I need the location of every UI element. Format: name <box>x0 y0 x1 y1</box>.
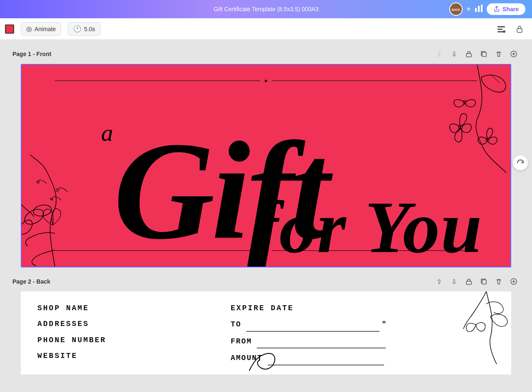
lock-button[interactable] <box>512 22 527 37</box>
from-label: FROM <box>231 335 252 348</box>
format-button[interactable] <box>494 22 509 37</box>
page1-title: Page 1 - Front <box>12 51 51 57</box>
avatar[interactable]: BACK <box>449 2 463 16</box>
svg-rect-11 <box>482 52 486 56</box>
page1-section: Page 1 - Front ⇧ ⇩ <box>12 48 520 267</box>
page2-controls: ⇧ ⇩ <box>433 276 520 287</box>
page2-header: Page 2 - Back ⇧ ⇩ <box>12 276 520 287</box>
gift-front: a Gift for You <box>22 65 510 267</box>
canvas-area: Page 1 - Front ⇧ ⇩ <box>0 40 532 392</box>
svg-rect-5 <box>498 26 505 27</box>
to-label: TO <box>231 318 241 331</box>
from-field: FROM <box>231 334 424 348</box>
top-bar-right: BACK + Share <box>449 2 525 16</box>
shop-name-label: SHOP NAME <box>37 301 231 315</box>
gift-back-left: SHOP NAME ADDRESSES PHONE NUMBER WEBSITE <box>37 301 231 365</box>
page1-copy-button[interactable] <box>478 48 490 60</box>
svg-text:for You: for You <box>254 186 483 267</box>
color-swatch[interactable] <box>5 24 14 34</box>
svg-text:a: a <box>101 120 113 146</box>
phone-label: PHONE NUMBER <box>37 333 231 347</box>
page2-add-button[interactable] <box>508 276 520 287</box>
page1-lock-button[interactable] <box>463 48 475 60</box>
page2-signature <box>224 350 308 375</box>
svg-rect-23 <box>482 280 486 284</box>
top-bar: Gift Certificate Template (8.5x3.5) 000A… <box>0 0 532 18</box>
svg-point-8 <box>503 30 505 33</box>
svg-rect-22 <box>466 281 471 284</box>
stats-button[interactable] <box>474 4 483 15</box>
page1-controls: ⇧ ⇩ <box>433 48 520 60</box>
document-title: Gift Certificate Template (8.5x3.5) 000A… <box>214 6 319 12</box>
page2-up-button[interactable]: ⇧ <box>433 276 445 287</box>
page1-delete-button[interactable] <box>493 48 505 60</box>
flowers-right-p2-decoration <box>445 292 511 375</box>
clock-icon: 🕐 <box>73 25 81 33</box>
page2-canvas[interactable]: SHOP NAME ADDRESSES PHONE NUMBER WEBSITE… <box>21 292 511 375</box>
svg-rect-3 <box>478 6 480 12</box>
animate-button[interactable]: ◎ Animate <box>21 22 61 36</box>
svg-rect-6 <box>498 29 502 30</box>
expire-date-label: EXPIRE DATE <box>231 301 424 315</box>
toolbar: ◎ Animate 🕐 5.0s <box>0 18 532 40</box>
addresses-label: ADDRESSES <box>37 317 231 331</box>
website-label: WEBSITE <box>37 349 231 363</box>
page1-up-button[interactable]: ⇧ <box>433 48 445 60</box>
svg-text:BACK: BACK <box>452 8 460 11</box>
toolbar-right <box>494 22 527 37</box>
page2-lock-button[interactable] <box>463 276 475 287</box>
share-button[interactable]: Share <box>487 3 525 15</box>
rotate-tool[interactable] <box>513 155 528 170</box>
svg-rect-7 <box>498 31 504 32</box>
page1-add-button[interactable] <box>508 48 520 60</box>
svg-rect-10 <box>466 54 471 57</box>
page2-title: Page 2 - Back <box>12 278 50 285</box>
page1-canvas-wrapper: a Gift for You <box>12 64 520 267</box>
to-field: TO " <box>231 317 424 331</box>
add-page-button[interactable]: + <box>466 5 471 13</box>
page1-header: Page 1 - Front ⇧ ⇩ <box>12 48 520 60</box>
svg-rect-2 <box>475 8 477 12</box>
svg-rect-9 <box>517 29 522 32</box>
page2-copy-button[interactable] <box>478 276 490 287</box>
duration-button[interactable]: 🕐 5.0s <box>68 22 100 36</box>
gift-main-text: a Gift for You <box>22 65 510 267</box>
page2-delete-button[interactable] <box>493 276 505 287</box>
animate-icon: ◎ <box>26 25 32 33</box>
page1-down-button[interactable]: ⇩ <box>448 48 460 60</box>
page2-down-button[interactable]: ⇩ <box>448 276 460 287</box>
page2-section: Page 2 - Back ⇧ ⇩ <box>12 276 520 375</box>
svg-rect-4 <box>481 5 483 12</box>
page1-canvas[interactable]: a Gift for You <box>21 64 511 267</box>
to-quote: " <box>382 318 387 331</box>
